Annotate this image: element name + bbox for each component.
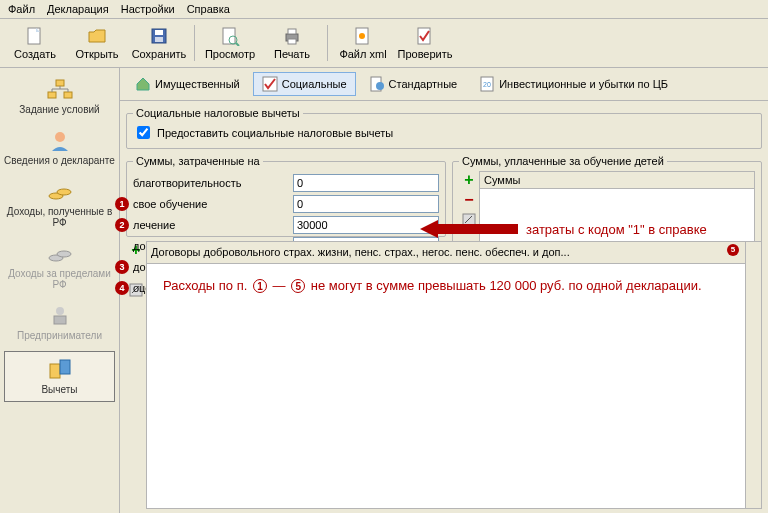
svg-point-20 — [57, 251, 71, 257]
svg-point-27 — [376, 82, 384, 90]
sidebar-item-entrepreneurs[interactable]: Предприниматели — [0, 300, 119, 345]
sidebar-item-declarant[interactable]: Сведения о декларанте — [0, 125, 119, 170]
badge-2: 2 — [115, 218, 129, 232]
person-icon — [46, 129, 74, 153]
svg-rect-14 — [48, 92, 56, 98]
briefcase-person-icon — [46, 304, 74, 328]
badge-1: 1 — [115, 197, 129, 211]
tab-label: Стандартные — [389, 78, 458, 90]
sidebar-item-income-foreign[interactable]: Доходы за пределами РФ — [0, 238, 119, 294]
toolbar-xml-label: Файл xml — [339, 48, 386, 60]
checkbox-red-icon — [262, 76, 278, 92]
svg-rect-3 — [155, 37, 163, 42]
menu-declaration[interactable]: Декларация — [47, 3, 109, 15]
svg-rect-13 — [56, 80, 64, 86]
row-treatment: 2 лечение — [133, 216, 439, 234]
sidebar-item-conditions[interactable]: Задание условий — [0, 74, 119, 119]
svg-point-16 — [55, 132, 65, 142]
badge-inline-5: 5 — [291, 279, 305, 293]
sidebar-item-label: Задание условий — [19, 104, 99, 115]
toolbar-print[interactable]: Печать — [261, 21, 323, 65]
xml-file-icon — [353, 26, 373, 46]
toolbar-save-label: Сохранить — [132, 48, 187, 60]
toolbar: Создать Открыть Сохранить Просмотр Печат… — [0, 19, 768, 68]
tab-social[interactable]: Социальные — [253, 72, 356, 96]
toolbar-sep — [327, 25, 328, 61]
tab-standard[interactable]: Стандартные — [360, 72, 467, 96]
svg-rect-12 — [418, 28, 430, 44]
print-icon — [282, 26, 302, 46]
toolbar-check-label: Проверить — [397, 48, 452, 60]
menu-file[interactable]: Файл — [8, 3, 35, 15]
menubar: Файл Декларация Настройки Справка — [0, 0, 768, 19]
tab-property[interactable]: Имущественный — [126, 72, 249, 96]
scrollbar[interactable] — [746, 241, 762, 509]
badge-3: 3 — [115, 260, 129, 274]
sidebar-item-label: Доходы за пределами РФ — [2, 268, 117, 290]
doc-20-icon: 20 — [479, 76, 495, 92]
svg-rect-30 — [463, 214, 475, 226]
toolbar-new[interactable]: Создать — [4, 21, 66, 65]
children-sums-header: Суммы — [480, 172, 754, 189]
input-own-education[interactable] — [293, 195, 439, 213]
contracts-note: Расходы по п. 1 — 5 не могут в сумме пре… — [163, 276, 729, 296]
edit-icon[interactable] — [462, 213, 476, 227]
badge-4: 4 — [115, 281, 129, 295]
provide-checkbox[interactable] — [137, 126, 150, 139]
toolbar-open-label: Открыть — [75, 48, 118, 60]
save-floppy-icon — [149, 26, 169, 46]
row-charity: благотворительность — [133, 174, 439, 192]
svg-rect-23 — [50, 364, 60, 378]
svg-rect-9 — [288, 39, 296, 44]
contracts-section: + − Договоры добровольного страх. жизни,… — [126, 241, 762, 509]
toolbar-preview-label: Просмотр — [205, 48, 255, 60]
toolbar-sep — [194, 25, 195, 61]
new-file-icon — [25, 26, 45, 46]
sidebar-item-income-rf[interactable]: Доходы, полученные в РФ — [0, 176, 119, 232]
tabstrip: Имущественный Социальные Стандартные 20 … — [120, 68, 768, 101]
open-folder-icon — [87, 26, 107, 46]
toolbar-open[interactable]: Открыть — [66, 21, 128, 65]
check-icon — [415, 26, 435, 46]
menu-settings[interactable]: Настройки — [121, 3, 175, 15]
doc-blue-icon — [369, 76, 385, 92]
badge-inline-1: 1 — [253, 279, 267, 293]
group-social-deductions: Социальные налоговые вычеты Предоставить… — [126, 107, 762, 149]
provide-label: Предоставить социальные налоговые вычеты — [157, 127, 393, 139]
badge-5: 5 — [727, 244, 739, 256]
sidebar-item-deductions[interactable]: Вычеты — [4, 351, 115, 402]
remove-icon[interactable]: − — [462, 193, 476, 207]
menu-help[interactable]: Справка — [187, 3, 230, 15]
label-treatment: лечение — [133, 219, 293, 231]
toolbar-check[interactable]: Проверить — [394, 21, 456, 65]
group-sums-spent: Суммы, затраченные на благотворительност… — [126, 155, 446, 237]
toolbar-xml[interactable]: Файл xml — [332, 21, 394, 65]
input-charity[interactable] — [293, 174, 439, 192]
toolbar-save[interactable]: Сохранить — [128, 21, 190, 65]
deductions-icon — [46, 358, 74, 382]
tab-investment[interactable]: 20 Инвестиционные и убытки по ЦБ — [470, 72, 677, 96]
coins-icon — [46, 180, 74, 204]
svg-rect-15 — [64, 92, 72, 98]
toolbar-new-label: Создать — [14, 48, 56, 60]
svg-point-11 — [359, 33, 365, 39]
sidebar-item-label: Предприниматели — [17, 330, 102, 341]
sidebar-item-label: Доходы, полученные в РФ — [2, 206, 117, 228]
svg-line-6 — [236, 43, 239, 46]
input-treatment[interactable] — [293, 216, 439, 234]
tree-icon — [46, 78, 74, 102]
sidebar: Задание условий Сведения о декларанте До… — [0, 68, 120, 513]
svg-rect-22 — [54, 316, 66, 324]
sums-spent-title: Суммы, затраченные на — [133, 155, 263, 167]
svg-rect-24 — [60, 360, 70, 374]
sums-paid-title: Суммы, уплаченные за обучение детей — [459, 155, 667, 167]
svg-point-18 — [57, 189, 71, 195]
coins-grey-icon — [46, 242, 74, 266]
contracts-list[interactable]: Договоры добровольного страх. жизни, пен… — [146, 241, 746, 509]
panel-social: Социальные налоговые вычеты Предоставить… — [120, 101, 768, 513]
toolbar-preview[interactable]: Просмотр — [199, 21, 261, 65]
svg-text:20: 20 — [483, 81, 491, 88]
svg-rect-8 — [288, 29, 296, 34]
sidebar-item-label: Вычеты — [41, 384, 77, 395]
add-icon[interactable]: + — [462, 173, 476, 187]
